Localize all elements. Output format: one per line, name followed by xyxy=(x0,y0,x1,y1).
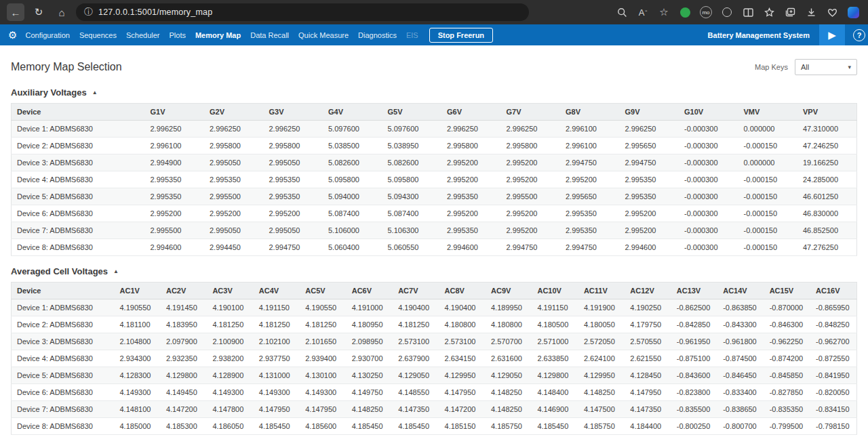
averaged-cell-voltages-section: Averaged Cell Voltages ▲ DeviceAC1VAC2VA… xyxy=(11,266,857,435)
downloads-icon[interactable] xyxy=(803,3,819,21)
value-cell: -0.846300 xyxy=(764,316,810,333)
settings-gear-icon[interactable]: ⚙ xyxy=(8,29,17,41)
refresh-icon[interactable]: ↻ xyxy=(30,3,47,21)
split-screen-icon[interactable] xyxy=(740,3,756,21)
nav-item-memory-map[interactable]: Memory Map xyxy=(195,31,241,39)
extension-ring-icon[interactable] xyxy=(719,3,735,21)
value-cell: 4.185750 xyxy=(578,418,625,435)
table-row[interactable]: Device 6: ADBMS68304.1493004.1494504.149… xyxy=(12,384,857,401)
column-header: Device xyxy=(12,283,115,299)
value-cell: 2.994750 xyxy=(560,239,620,256)
favorite-star-icon[interactable]: ☆ xyxy=(656,3,672,21)
value-cell: -0.841950 xyxy=(810,367,856,384)
value-cell: 4.131000 xyxy=(254,367,300,384)
run-button[interactable]: ▶ xyxy=(819,24,845,45)
averaged-cell-voltages-header[interactable]: Averaged Cell Voltages ▲ xyxy=(11,266,119,276)
zoom-search-icon[interactable] xyxy=(614,3,630,21)
nav-item-scheduler[interactable]: Scheduler xyxy=(126,31,160,39)
site-info-icon[interactable]: ⓘ xyxy=(84,6,93,18)
column-header: AC2V xyxy=(161,283,207,299)
nav-item-quick-measure[interactable]: Quick Measure xyxy=(298,31,349,39)
value-cell: -0.833400 xyxy=(717,384,764,401)
map-keys-dropdown[interactable]: All ▾ xyxy=(795,59,857,75)
table-row[interactable]: Device 8: ADBMS68302.9946002.9944502.994… xyxy=(12,239,857,256)
table-row[interactable]: Device 5: ADBMS68302.9953502.9955002.995… xyxy=(12,188,857,205)
value-cell: 4.190400 xyxy=(439,299,486,316)
table-row[interactable]: Device 1: ADBMS68304.1905504.1914504.190… xyxy=(12,299,857,316)
stop-freerun-button[interactable]: Stop Freerun xyxy=(429,28,493,43)
collapse-triangle-icon: ▲ xyxy=(113,268,119,274)
favorites-hub-icon[interactable] xyxy=(761,3,777,21)
value-cell: 2.996100 xyxy=(560,121,620,138)
nav-item-plots[interactable]: Plots xyxy=(169,31,185,39)
column-header: G7V xyxy=(501,104,561,121)
browser-essentials-icon[interactable] xyxy=(824,3,840,21)
value-cell: 2.995200 xyxy=(441,154,501,171)
navbar-right: Battery Management System ▶ ? xyxy=(708,24,868,45)
nav-item-data-recall[interactable]: Data Recall xyxy=(250,31,289,39)
page-title: Memory Map Selection xyxy=(11,61,122,73)
nav-item-configuration[interactable]: Configuration xyxy=(25,31,69,39)
table-row[interactable]: Device 4: ADBMS68302.9953502.9953502.995… xyxy=(12,171,857,188)
auxiliary-voltages-header[interactable]: Auxiliary Voltages ▲ xyxy=(11,87,98,98)
table-row[interactable]: Device 2: ADBMS68304.1811004.1839504.181… xyxy=(12,316,857,333)
value-cell: -0.000300 xyxy=(679,239,738,256)
value-cell: 2.996250 xyxy=(145,121,205,138)
table-row[interactable]: Device 7: ADBMS68302.9955002.9950502.995… xyxy=(12,222,857,239)
value-cell: 2.995200 xyxy=(620,205,679,222)
value-cell: 2.995350 xyxy=(441,222,501,239)
help-button[interactable]: ? xyxy=(853,29,865,41)
url-text[interactable]: 127.0.0.1:5001/memory_map xyxy=(98,7,212,17)
value-cell: 2.995200 xyxy=(441,205,501,222)
value-cell: 4.185300 xyxy=(161,418,207,435)
value-cell: 4.129050 xyxy=(486,367,532,384)
column-header: AC6V xyxy=(347,283,393,299)
table-row[interactable]: Device 8: ADBMS68304.1850004.1853004.186… xyxy=(12,418,857,435)
copilot-icon[interactable] xyxy=(845,3,861,21)
chevron-down-icon: ▾ xyxy=(848,64,851,70)
value-cell: 4.190250 xyxy=(625,299,671,316)
table-row[interactable]: Device 4: ADBMS68302.9343002.9323502.938… xyxy=(12,350,857,367)
table-row[interactable]: Device 7: ADBMS68304.1481004.1472004.147… xyxy=(12,401,857,418)
value-cell: 2.939400 xyxy=(300,350,346,367)
column-header: AC15V xyxy=(764,283,810,299)
address-bar[interactable]: ⓘ 127.0.0.1:5001/memory_map xyxy=(76,3,529,21)
table-row[interactable]: Device 3: ADBMS68302.1048002.0979002.100… xyxy=(12,333,857,350)
value-cell: 4.130100 xyxy=(300,367,346,384)
table-row[interactable]: Device 2: ADBMS68302.9961002.9958002.995… xyxy=(12,138,857,154)
value-cell: 5.082600 xyxy=(323,154,382,171)
device-cell: Device 7: ADBMS6830 xyxy=(12,401,115,418)
value-cell: 4.147800 xyxy=(207,401,253,418)
value-cell: 2.572050 xyxy=(578,333,625,350)
value-cell: -0.842850 xyxy=(671,316,717,333)
value-cell: 4.181250 xyxy=(300,316,346,333)
auxiliary-voltages-section: Auxiliary Voltages ▲ DeviceG1VG2VG3VG4VG… xyxy=(11,87,857,256)
value-cell: 4.149300 xyxy=(254,384,300,401)
table-row[interactable]: Device 6: ADBMS68302.9952002.9952002.995… xyxy=(12,205,857,222)
table-row[interactable]: Device 5: ADBMS68304.1283004.1298004.128… xyxy=(12,367,857,384)
value-cell: -0.000300 xyxy=(679,138,738,154)
value-cell: 0.000000 xyxy=(738,121,798,138)
value-cell: 4.149300 xyxy=(207,384,253,401)
collections-icon[interactable] xyxy=(782,3,798,21)
extension-green-icon[interactable] xyxy=(677,3,693,21)
read-aloud-icon[interactable]: Aʹʹ xyxy=(635,3,651,21)
value-cell: 4.148250 xyxy=(347,401,393,418)
profile-avatar[interactable]: mo xyxy=(698,3,714,21)
value-cell: 2.995350 xyxy=(264,188,323,205)
nav-item-diagnostics[interactable]: Diagnostics xyxy=(358,31,397,39)
table-row[interactable]: Device 1: ADBMS68302.9962502.9962502.996… xyxy=(12,121,857,138)
home-icon[interactable]: ⌂ xyxy=(53,3,71,21)
value-cell: 2.570700 xyxy=(486,333,532,350)
table-row[interactable]: Device 3: ADBMS68302.9949002.9950502.995… xyxy=(12,154,857,171)
value-cell: 2.994600 xyxy=(441,239,501,256)
column-header: AC3V xyxy=(207,283,253,299)
value-cell: 4.189950 xyxy=(486,299,532,316)
nav-item-sequences[interactable]: Sequences xyxy=(79,31,117,39)
value-cell: 2.996250 xyxy=(501,121,561,138)
browser-toolbar-icons: Aʹʹ ☆ mo xyxy=(542,3,861,21)
nav-item-eis[interactable]: EIS xyxy=(406,31,418,39)
column-header: G6V xyxy=(441,104,501,121)
value-cell: 5.038500 xyxy=(323,138,382,154)
back-icon[interactable]: ← xyxy=(7,3,24,21)
